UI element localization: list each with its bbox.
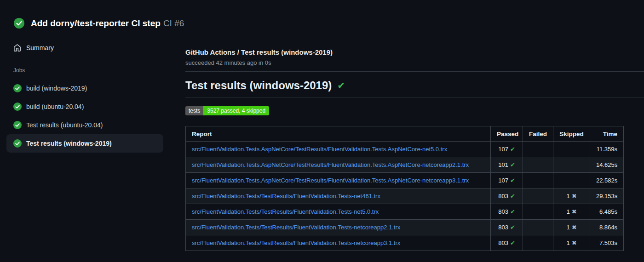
- column-header-report: Report: [186, 126, 491, 142]
- skipped-count: 1: [566, 193, 569, 199]
- check-circle-icon: [14, 18, 24, 28]
- passed-count: 803: [498, 239, 508, 246]
- run-header: Add dorny/test-reporter CI stepCI #6: [0, 0, 644, 32]
- section-heading-text: Test results (windows-2019): [185, 78, 332, 93]
- passed-count: 803: [498, 193, 508, 199]
- job-status-text: succeeded 42 minutes ago in 0s: [185, 59, 644, 66]
- check-circle-icon: [13, 84, 22, 92]
- job-label: Test results (windows-2019): [26, 140, 112, 147]
- time-value: 8.864s: [590, 220, 624, 235]
- report-link[interactable]: src/FluentValidation.Tests/TestResults/F…: [192, 193, 380, 199]
- time-value: 6.485s: [590, 204, 624, 220]
- test-results-table: Report Passed Failed Skipped Time src/Fl…: [185, 126, 624, 251]
- passed-count: 107: [498, 177, 508, 184]
- main-content: GitHub Actions / Test results (windows-2…: [185, 32, 644, 251]
- report-link[interactable]: src/FluentValidation.Tests/TestResults/F…: [192, 239, 400, 246]
- x-icon: ✖: [572, 239, 577, 246]
- report-link[interactable]: src/FluentValidation.Tests.AspNetCore/Te…: [192, 177, 469, 184]
- sidebar-item-job-build-ubuntu-2004[interactable]: build (ubuntu-20.04): [6, 97, 163, 116]
- time-value: 14.625s: [590, 157, 624, 173]
- report-link[interactable]: src/FluentValidation.Tests/TestResults/F…: [192, 224, 400, 231]
- skipped-count: 1: [566, 224, 569, 231]
- sidebar: Summary Jobs build (windows-2019) build …: [0, 32, 185, 153]
- check-icon: ✔: [510, 161, 515, 168]
- table-row: src/FluentValidation.Tests.AspNetCore/Te…: [186, 157, 624, 173]
- skipped-count: 1: [566, 239, 569, 246]
- column-header-time: Time: [590, 126, 624, 142]
- check-icon: ✔: [510, 146, 515, 153]
- sidebar-item-job-build-windows-2019[interactable]: build (windows-2019): [6, 79, 163, 97]
- badge-label: tests: [185, 106, 203, 115]
- check-icon: ✔: [510, 224, 515, 231]
- section-heading: Test results (windows-2019) ✔: [185, 78, 644, 97]
- home-icon: [13, 44, 21, 52]
- sidebar-item-job-test-results-windows-2019[interactable]: Test results (windows-2019): [6, 134, 163, 153]
- table-row: src/FluentValidation.Tests.AspNetCore/Te…: [186, 173, 624, 188]
- passed-count: 107: [498, 146, 508, 153]
- x-icon: ✖: [572, 208, 577, 215]
- time-value: 29.153s: [590, 188, 624, 204]
- divider: [185, 71, 644, 72]
- job-label: build (ubuntu-20.04): [26, 103, 84, 110]
- tests-badge: tests 3527 passed, 4 skipped: [185, 106, 269, 115]
- job-list: build (windows-2019) build (ubuntu-20.04…: [0, 79, 185, 153]
- check-icon: ✔: [510, 177, 515, 184]
- run-title-text: Add dorny/test-reporter CI step: [31, 18, 161, 28]
- run-title: Add dorny/test-reporter CI stepCI #6: [31, 18, 184, 28]
- jobs-section-label: Jobs: [13, 67, 185, 74]
- table-row: src/FluentValidation.Tests.AspNetCore/Te…: [186, 142, 624, 157]
- report-link[interactable]: src/FluentValidation.Tests/TestResults/F…: [192, 208, 379, 215]
- report-link[interactable]: src/FluentValidation.Tests.AspNetCore/Te…: [192, 146, 447, 153]
- x-icon: ✖: [572, 193, 577, 199]
- run-number: CI #6: [163, 18, 184, 28]
- table-row: src/FluentValidation.Tests/TestResults/F…: [186, 235, 624, 251]
- check-circle-icon: [13, 139, 22, 148]
- skipped-count: 1: [566, 208, 569, 215]
- passed-count: 101: [498, 161, 508, 168]
- report-link[interactable]: src/FluentValidation.Tests.AspNetCore/Te…: [192, 161, 469, 168]
- time-value: 7.503s: [590, 235, 624, 251]
- column-header-skipped: Skipped: [553, 126, 590, 142]
- table-header-row: Report Passed Failed Skipped Time: [186, 126, 624, 142]
- passed-count: 803: [498, 208, 508, 215]
- job-title: GitHub Actions / Test results (windows-2…: [185, 48, 644, 57]
- job-label: build (windows-2019): [26, 85, 87, 92]
- sidebar-item-summary[interactable]: Summary: [6, 42, 185, 53]
- table-row: src/FluentValidation.Tests/TestResults/F…: [186, 220, 624, 235]
- passed-count: 803: [498, 224, 508, 231]
- column-header-failed: Failed: [523, 126, 553, 142]
- check-icon: ✔: [510, 208, 515, 215]
- check-icon: ✔: [510, 193, 515, 199]
- badge-value: 3527 passed, 4 skipped: [203, 106, 269, 115]
- check-icon: ✔: [337, 81, 345, 90]
- time-value: 11.359s: [590, 142, 624, 157]
- table-row: src/FluentValidation.Tests/TestResults/F…: [186, 204, 624, 220]
- check-circle-icon: [13, 121, 22, 129]
- summary-label: Summary: [26, 44, 54, 51]
- sidebar-item-job-test-results-ubuntu-2004[interactable]: Test results (ubuntu-20.04): [6, 116, 163, 134]
- column-header-passed: Passed: [491, 126, 523, 142]
- check-circle-icon: [13, 103, 22, 111]
- x-icon: ✖: [572, 224, 577, 231]
- check-icon: ✔: [510, 239, 515, 246]
- time-value: 22.582s: [590, 173, 624, 188]
- job-label: Test results (ubuntu-20.04): [26, 121, 103, 129]
- page-layout: Summary Jobs build (windows-2019) build …: [0, 32, 644, 251]
- table-row: src/FluentValidation.Tests/TestResults/F…: [186, 188, 624, 204]
